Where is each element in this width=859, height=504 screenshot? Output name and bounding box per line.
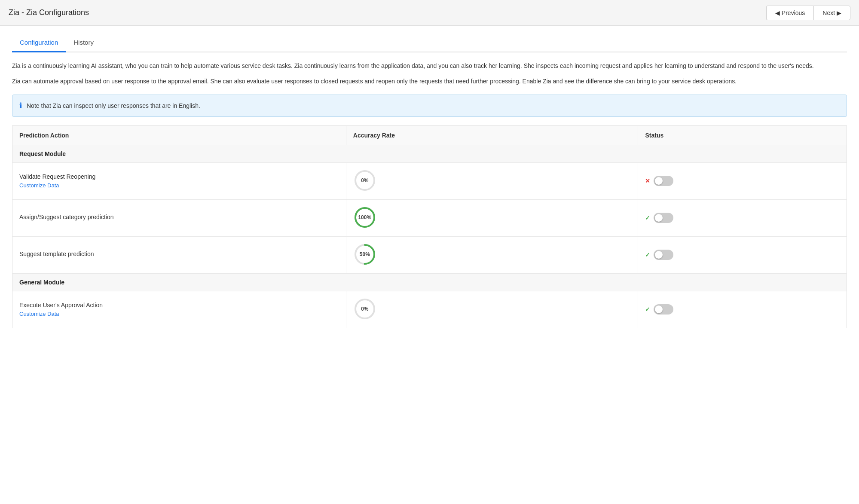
tab-configuration[interactable]: Configuration (12, 34, 66, 52)
description-para1: Zia is a continuously learning AI assist… (12, 61, 847, 71)
customize-data-link[interactable]: Customize Data (19, 311, 59, 317)
table-row: Execute User's Approval ActionCustomize … (12, 291, 847, 328)
customize-data-link[interactable]: Customize Data (19, 182, 59, 189)
config-table: Prediction Action Accuracy Rate Status R… (12, 125, 847, 328)
info-box: ℹ Note that Zia can inspect only user re… (12, 95, 847, 117)
prediction-action-cell: Validate Request ReopeningCustomize Data (12, 162, 346, 199)
table-row: Assign/Suggest category prediction 100% … (12, 199, 847, 236)
status-cell: ✕ (638, 162, 847, 199)
table-row: Validate Request ReopeningCustomize Data… (12, 162, 847, 199)
toggle-switch[interactable] (654, 213, 673, 223)
main-content: Configuration History Zia is a continuou… (0, 26, 859, 337)
toggle-container: ✓ (645, 304, 840, 315)
action-name: Assign/Suggest category prediction (19, 214, 339, 220)
accuracy-circle: 100% (353, 206, 376, 229)
accuracy-value: 50% (360, 251, 370, 257)
prediction-action-cell: Suggest template prediction (12, 236, 346, 273)
accuracy-circle: 50% (353, 243, 376, 266)
accuracy-value: 0% (361, 177, 368, 183)
col-header-status: Status (638, 125, 847, 145)
toggle-error-icon: ✕ (645, 177, 650, 184)
toggle-check-icon: ✓ (645, 214, 650, 221)
accuracy-rate-cell: 100% (346, 199, 638, 236)
section-header-row: General Module (12, 273, 847, 291)
action-name: Suggest template prediction (19, 250, 339, 257)
status-cell: ✓ (638, 291, 847, 328)
action-name: Validate Request Reopening (19, 173, 339, 180)
toggle-check-icon: ✓ (645, 306, 650, 313)
page-header: Zia - Zia Configurations ◀ Previous Next… (0, 0, 859, 26)
previous-button[interactable]: ◀ Previous (766, 6, 813, 20)
toggle-switch[interactable] (654, 176, 673, 186)
action-name: Execute User's Approval Action (19, 302, 339, 309)
toggle-container: ✕ (645, 176, 840, 186)
col-header-accuracy: Accuracy Rate (346, 125, 638, 145)
accuracy-rate-cell: 0% (346, 291, 638, 328)
description-section: Zia is a continuously learning AI assist… (12, 61, 847, 87)
toggle-switch[interactable] (654, 304, 673, 315)
accuracy-rate-cell: 50% (346, 236, 638, 273)
description-para2: Zia can automate approval based on user … (12, 76, 847, 87)
toggle-switch[interactable] (654, 250, 673, 260)
nav-buttons: ◀ Previous Next ▶ (766, 6, 850, 20)
accuracy-circle: 0% (353, 297, 376, 321)
table-row: Suggest template prediction 50% ✓ (12, 236, 847, 273)
accuracy-value: 100% (358, 214, 371, 220)
prediction-action-cell: Execute User's Approval ActionCustomize … (12, 291, 346, 328)
prediction-action-cell: Assign/Suggest category prediction (12, 199, 346, 236)
status-cell: ✓ (638, 236, 847, 273)
section-header-row: Request Module (12, 145, 847, 162)
status-cell: ✓ (638, 199, 847, 236)
toggle-check-icon: ✓ (645, 251, 650, 258)
toggle-container: ✓ (645, 250, 840, 260)
page-title: Zia - Zia Configurations (9, 8, 89, 17)
accuracy-rate-cell: 0% (346, 162, 638, 199)
col-header-prediction: Prediction Action (12, 125, 346, 145)
tab-history[interactable]: History (66, 34, 101, 52)
next-button[interactable]: Next ▶ (813, 6, 850, 20)
accuracy-value: 0% (361, 306, 368, 312)
accuracy-circle: 0% (353, 169, 376, 192)
tabs-container: Configuration History (12, 34, 847, 52)
toggle-container: ✓ (645, 213, 840, 223)
info-box-text: Note that Zia can inspect only user resp… (27, 102, 200, 109)
info-icon: ℹ (19, 101, 22, 110)
